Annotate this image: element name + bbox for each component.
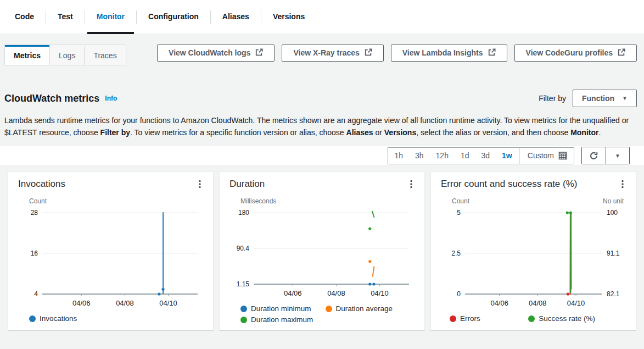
range-12h[interactable]: 12h bbox=[430, 148, 455, 164]
filter-by-label: Filter by bbox=[539, 94, 566, 103]
invocations-panel: Invocations Count 2816404/0604/0804/10 I… bbox=[8, 171, 214, 330]
tab-code[interactable]: Code bbox=[3, 0, 46, 34]
invocations-chart: 2816404/0604/0804/10 bbox=[18, 208, 203, 312]
legend-item[interactable]: Errors bbox=[450, 314, 480, 323]
legend-label: Duration average bbox=[336, 304, 393, 313]
legend-item[interactable]: Duration maximum bbox=[240, 315, 313, 324]
refresh-button[interactable] bbox=[582, 147, 606, 164]
caret-down-icon: ▼ bbox=[622, 95, 628, 101]
range-3h[interactable]: 3h bbox=[409, 148, 430, 164]
svg-text:91.1: 91.1 bbox=[607, 250, 620, 257]
external-link-icon bbox=[618, 48, 625, 58]
svg-text:04/10: 04/10 bbox=[159, 299, 177, 307]
filter-by-value: Function bbox=[582, 94, 614, 103]
refresh-icon bbox=[589, 151, 598, 160]
external-link-icon bbox=[255, 48, 263, 58]
svg-text:82.1: 82.1 bbox=[607, 290, 620, 298]
chart-plot: 2816404/0604/0804/10 bbox=[18, 208, 203, 309]
time-range-group: 1h 3h 12h 1d 3d 1w Custom bbox=[388, 147, 574, 164]
legend-item[interactable]: Duration minimum bbox=[240, 304, 311, 313]
tab-label: Configuration bbox=[148, 12, 199, 21]
range-1h[interactable]: 1h bbox=[388, 148, 409, 164]
range-3d[interactable]: 3d bbox=[475, 148, 496, 164]
legend-label: Invocations bbox=[40, 314, 77, 323]
svg-text:5: 5 bbox=[457, 209, 461, 217]
left-axis-unit: Count bbox=[452, 197, 469, 205]
metrics-logs-traces-control: Metrics Logs Traces bbox=[4, 45, 126, 65]
custom-label: Custom bbox=[528, 151, 554, 160]
view-lambda-insights-button[interactable]: View Lambda Insights bbox=[391, 45, 507, 62]
duration-panel: Duration Milliseconds 18090.41.1504/0604… bbox=[219, 171, 425, 330]
range-1d[interactable]: 1d bbox=[455, 148, 475, 164]
svg-text:16: 16 bbox=[31, 250, 38, 257]
tab-versions[interactable]: Versions bbox=[261, 0, 316, 34]
tab-configuration[interactable]: Configuration bbox=[137, 0, 210, 34]
function-tabbar: Code Test Monitor Configuration Aliases … bbox=[0, 0, 644, 34]
legend-label: Duration maximum bbox=[251, 315, 313, 324]
refresh-options-dropdown[interactable]: ▼ bbox=[606, 147, 629, 164]
svg-text:28: 28 bbox=[31, 209, 38, 217]
panel-header: Invocations bbox=[18, 179, 203, 190]
legend-item[interactable]: Duration average bbox=[326, 304, 393, 313]
chart-legend: Duration minimumDuration averageDuration… bbox=[229, 304, 415, 324]
legend-label: Errors bbox=[460, 314, 480, 323]
axis-unit-row: Count bbox=[18, 197, 203, 205]
range-1w[interactable]: 1w bbox=[496, 148, 518, 164]
legend-label: Success rate (%) bbox=[539, 314, 595, 323]
time-range-bar: 1h 3h 12h 1d 3d 1w Custom ▼ bbox=[0, 146, 644, 165]
view-cloudwatch-logs-button[interactable]: View CloudWatch logs bbox=[157, 45, 275, 62]
external-link-icon bbox=[365, 48, 372, 58]
svg-text:04/08: 04/08 bbox=[116, 299, 134, 307]
legend-marker-icon bbox=[528, 315, 535, 322]
chart-plot: 52.5010091.182.104/0604/0804/10 bbox=[441, 208, 626, 309]
svg-text:04/10: 04/10 bbox=[567, 299, 585, 307]
filter-by-dropdown[interactable]: Function ▼ bbox=[573, 90, 637, 107]
error-success-chart: 52.5010091.182.104/0604/0804/10 bbox=[441, 208, 626, 312]
kebab-menu-icon[interactable] bbox=[619, 179, 626, 190]
tab-aliases[interactable]: Aliases bbox=[211, 0, 261, 34]
button-label: View CloudWatch logs bbox=[169, 48, 250, 57]
subtab-metrics[interactable]: Metrics bbox=[5, 45, 49, 65]
kebab-menu-icon[interactable] bbox=[197, 179, 203, 190]
axis-unit-row: Count No unit bbox=[441, 197, 626, 205]
calendar-icon bbox=[558, 151, 567, 160]
panel-header: Duration bbox=[229, 179, 415, 190]
refresh-control: ▼ bbox=[581, 147, 630, 164]
external-link-icon bbox=[488, 48, 496, 58]
subtab-logs[interactable]: Logs bbox=[49, 45, 84, 65]
right-axis-unit: No unit bbox=[603, 197, 624, 205]
legend-item[interactable]: Success rate (%) bbox=[528, 314, 595, 323]
legend-marker-icon bbox=[240, 317, 247, 323]
svg-text:180: 180 bbox=[238, 209, 249, 217]
tab-label: Aliases bbox=[222, 12, 249, 21]
error-success-panel: Error count and success rate (%) Count N… bbox=[430, 171, 636, 330]
legend-label: Duration minimum bbox=[251, 304, 311, 313]
caret-down-icon: ▼ bbox=[615, 153, 620, 159]
button-label: View CodeGuru profiles bbox=[526, 48, 613, 57]
info-link[interactable]: Info bbox=[105, 95, 117, 102]
legend-marker-icon bbox=[240, 306, 247, 312]
legend-item[interactable]: Invocations bbox=[29, 314, 77, 323]
legend-marker-icon bbox=[29, 315, 36, 322]
tab-test[interactable]: Test bbox=[46, 0, 85, 34]
range-custom[interactable]: Custom bbox=[521, 151, 574, 160]
svg-text:04/06: 04/06 bbox=[72, 299, 91, 307]
tab-monitor[interactable]: Monitor bbox=[85, 0, 136, 34]
chart-title: Duration bbox=[229, 179, 265, 190]
charts-row: Invocations Count 2816404/0604/0804/10 I… bbox=[4, 171, 640, 330]
tab-label: Code bbox=[15, 12, 34, 21]
view-codeguru-profiles-button[interactable]: View CodeGuru profiles bbox=[514, 45, 637, 62]
axis-unit-row: Milliseconds bbox=[229, 197, 415, 205]
legend-marker-icon bbox=[326, 306, 332, 312]
toolbar-row: Metrics Logs Traces View CloudWatch logs… bbox=[4, 45, 640, 65]
svg-text:90.4: 90.4 bbox=[237, 245, 250, 252]
page-title: CloudWatch metrics bbox=[4, 93, 99, 104]
svg-text:04/10: 04/10 bbox=[371, 289, 389, 297]
subtab-traces[interactable]: Traces bbox=[84, 45, 125, 65]
svg-text:4: 4 bbox=[34, 290, 38, 298]
kebab-menu-icon[interactable] bbox=[408, 179, 415, 190]
button-label: View Lambda Insights bbox=[402, 48, 483, 57]
view-xray-traces-button[interactable]: View X-Ray traces bbox=[282, 45, 383, 62]
svg-text:04/06: 04/06 bbox=[490, 299, 508, 307]
filter-by-group: Filter by Function ▼ bbox=[539, 90, 640, 107]
